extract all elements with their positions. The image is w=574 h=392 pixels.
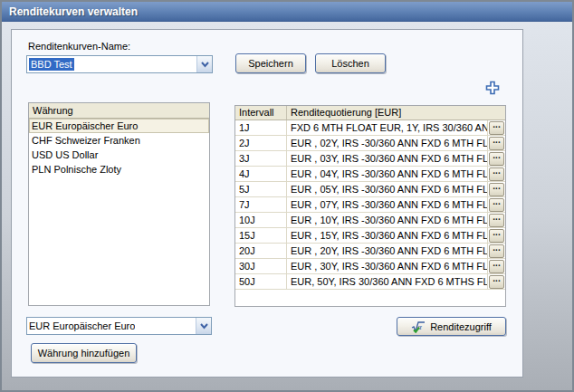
table-row: 1JFXD 6 MTH FLOAT EUR, 1Y, IRS 30/360 AN… [235, 120, 505, 136]
quote-cell: EUR , 04Y, IRS -30/360 ANN FXD 6 MTH FL.… [287, 167, 488, 181]
dialog-title: Renditekurven verwalten [9, 5, 138, 18]
table-row: 50JEUR, 50Y, IRS 30/360 ANN FXD 6 MTHS F… [235, 274, 505, 290]
quote-cell: EUR , 03Y, IRS -30/360 ANN FXD 6 MTH FL.… [287, 151, 488, 166]
row-ellipsis-button[interactable]: ... [489, 183, 504, 196]
interval-cell: 5J [235, 182, 287, 196]
table-row: 10JEUR , 10Y, IRS -30/360 ANN FXD 6 MTH … [235, 213, 505, 228]
quote-cell: EUR , 30Y, IRS -30/360 ANN FXD 6 MTH FL.… [287, 259, 488, 273]
column-header-quote[interactable]: Renditequotierung [EUR] [287, 106, 505, 120]
main-panel: Renditenkurven-Name: BBD Test Speichern … [11, 29, 523, 378]
row-ellipsis-button[interactable]: ... [489, 198, 504, 212]
interval-cell: 30J [235, 259, 287, 273]
quote-cell: EUR , 07Y, IRS -30/360 ANN FXD 6 MTH FL.… [287, 197, 488, 212]
table-row: 3JEUR , 03Y, IRS -30/360 ANN FXD 6 MTH F… [235, 151, 505, 167]
quote-cell: FXD 6 MTH FLOAT EUR, 1Y, IRS 30/360 AN..… [287, 120, 488, 135]
save-button-label: Speichern [248, 58, 293, 69]
dialog-titlebar[interactable]: Renditekurven verwalten [2, 2, 572, 22]
list-item[interactable]: EUR Europäischer Euro [29, 119, 209, 133]
add-currency-button-label: Währung hinzufügen [38, 348, 130, 359]
currency-list-header[interactable]: Währung [29, 103, 209, 119]
interval-cell: 20J [235, 244, 287, 258]
action-cell: ... [488, 182, 505, 196]
delete-button-label: Löschen [331, 58, 369, 69]
action-cell: ... [488, 228, 505, 243]
action-cell: ... [488, 136, 505, 150]
chevron-down-icon[interactable] [196, 56, 212, 72]
quote-cell: EUR, 50Y, IRS 30/360 ANN FXD 6 MTHS FL..… [287, 274, 488, 289]
curve-name-value: BBD Test [29, 58, 74, 71]
yield-access-button[interactable]: α Renditezugriff [397, 317, 506, 336]
add-row-plus-icon[interactable] [485, 81, 500, 95]
dialog-window: Renditekurven verwalten Renditenkurven-N… [0, 0, 574, 392]
table-row: 30JEUR , 30Y, IRS -30/360 ANN FXD 6 MTH … [235, 259, 505, 274]
action-cell: ... [488, 213, 505, 227]
interval-cell: 50J [235, 274, 287, 289]
row-ellipsis-button[interactable]: ... [489, 121, 504, 135]
quote-table-body: 1JFXD 6 MTH FLOAT EUR, 1Y, IRS 30/360 AN… [235, 120, 505, 290]
delete-button[interactable]: Löschen [315, 53, 386, 73]
interval-cell: 4J [235, 167, 287, 181]
curve-name-combobox[interactable]: BBD Test [26, 55, 213, 73]
quote-table: Intervall Renditequotierung [EUR] 1JFXD … [234, 105, 506, 307]
row-ellipsis-button[interactable]: ... [489, 152, 504, 166]
action-cell: ... [488, 120, 505, 135]
row-ellipsis-button[interactable]: ... [489, 260, 504, 273]
table-row: 20JEUR , 20Y, IRS -30/360 ANN FXD 6 MTH … [235, 244, 505, 259]
table-row: 4JEUR , 04Y, IRS -30/360 ANN FXD 6 MTH F… [235, 167, 505, 182]
table-row: 15JEUR , 15Y, IRS -30/360 ANN FXD 6 MTH … [235, 228, 505, 244]
quote-table-header: Intervall Renditequotierung [EUR] [235, 106, 505, 120]
chevron-down-icon[interactable] [196, 318, 211, 334]
interval-cell: 15J [235, 228, 287, 243]
currency-list-items: EUR Europäischer EuroCHF Schweizer Frank… [29, 119, 209, 177]
row-ellipsis-button[interactable]: ... [489, 229, 504, 243]
table-row: 7JEUR , 07Y, IRS -30/360 ANN FXD 6 MTH F… [235, 197, 505, 213]
row-ellipsis-button[interactable]: ... [489, 275, 504, 289]
quote-cell: EUR , 10Y, IRS -30/360 ANN FXD 6 MTH FL.… [287, 213, 488, 227]
save-button[interactable]: Speichern [235, 53, 306, 73]
currency-add-combobox[interactable]: EUR Europäischer Euro [26, 317, 212, 335]
list-item[interactable]: USD US Dollar [29, 148, 209, 162]
formula-check-icon: α [411, 320, 426, 333]
row-ellipsis-button[interactable]: ... [489, 137, 504, 150]
quote-cell: EUR , 05Y, IRS -30/360 ANN FXD 6 MTH FL.… [287, 182, 488, 196]
currency-add-value: EUR Europäischer Euro [29, 320, 135, 331]
list-item[interactable]: CHF Schweizer Franken [29, 133, 209, 148]
quote-cell: EUR , 02Y, IRS -30/360 ANN FXD 6 MTH FL.… [287, 136, 488, 150]
action-cell: ... [488, 167, 505, 181]
table-row: 2JEUR , 02Y, IRS -30/360 ANN FXD 6 MTH F… [235, 136, 505, 151]
list-item[interactable]: PLN Polnische Zloty [29, 162, 209, 177]
interval-cell: 7J [235, 197, 287, 212]
quote-cell: EUR , 20Y, IRS -30/360 ANN FXD 6 MTH FL.… [287, 244, 488, 258]
action-cell: ... [488, 274, 505, 289]
table-row: 5JEUR , 05Y, IRS -30/360 ANN FXD 6 MTH F… [235, 182, 505, 197]
row-ellipsis-button[interactable]: ... [489, 244, 504, 258]
row-ellipsis-button[interactable]: ... [489, 214, 504, 227]
interval-cell: 1J [235, 120, 287, 135]
quote-cell: EUR , 15Y, IRS -30/360 ANN FXD 6 MTH FL.… [287, 228, 488, 243]
interval-cell: 3J [235, 151, 287, 166]
action-cell: ... [488, 259, 505, 273]
currency-listbox: Währung EUR Europäischer EuroCHF Schweiz… [28, 102, 210, 306]
add-currency-button[interactable]: Währung hinzufügen [31, 343, 137, 363]
column-header-interval[interactable]: Intervall [235, 106, 287, 120]
action-cell: ... [488, 151, 505, 166]
interval-cell: 2J [235, 136, 287, 150]
yield-access-button-label: Renditezugriff [430, 321, 492, 332]
curve-name-label: Renditenkurven-Name: [28, 41, 130, 52]
action-cell: ... [488, 244, 505, 258]
row-ellipsis-button[interactable]: ... [489, 167, 504, 181]
action-cell: ... [488, 197, 505, 212]
interval-cell: 10J [235, 213, 287, 227]
